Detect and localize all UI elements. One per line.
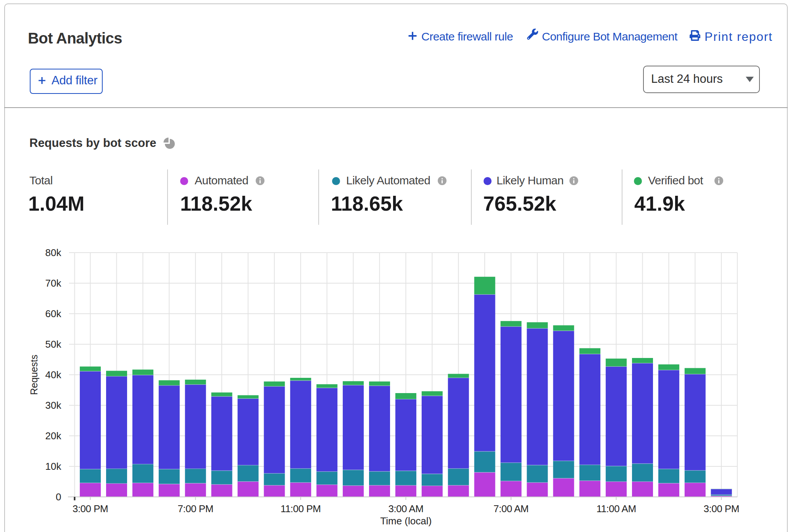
svg-text:70k: 70k bbox=[45, 277, 62, 289]
svg-text:20k: 20k bbox=[45, 430, 62, 442]
svg-text:80k: 80k bbox=[45, 247, 62, 258]
svg-text:0: 0 bbox=[56, 491, 61, 503]
svg-text:Requests: Requests bbox=[29, 355, 39, 395]
svg-text:50k: 50k bbox=[45, 339, 62, 350]
svg-text:3:00 PM: 3:00 PM bbox=[704, 503, 739, 514]
svg-text:30k: 30k bbox=[45, 400, 62, 411]
svg-text:11:00 AM: 11:00 AM bbox=[597, 503, 636, 514]
svg-text:40k: 40k bbox=[45, 369, 62, 380]
svg-text:11:00 PM: 11:00 PM bbox=[281, 503, 321, 514]
svg-text:7:00 AM: 7:00 AM bbox=[493, 503, 529, 514]
svg-text:3:00 PM: 3:00 PM bbox=[73, 503, 108, 514]
svg-text:Time (local): Time (local) bbox=[380, 515, 432, 527]
svg-text:7:00 PM: 7:00 PM bbox=[178, 503, 213, 514]
svg-text:60k: 60k bbox=[45, 308, 62, 319]
svg-text:10k: 10k bbox=[45, 461, 62, 472]
svg-text:3:00 AM: 3:00 AM bbox=[388, 503, 423, 514]
